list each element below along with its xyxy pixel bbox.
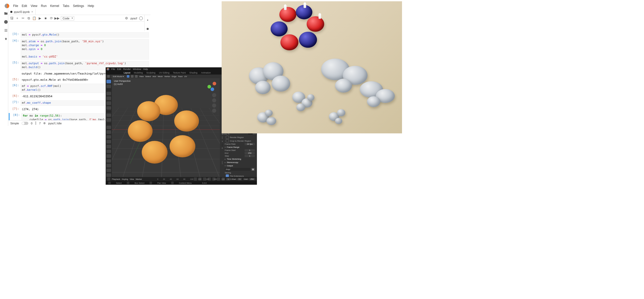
hmenu-vertex[interactable]: Vertex — [164, 75, 170, 78]
output-path[interactable]: /tmp/ — [225, 168, 250, 171]
code-cell[interactable]: [3]:mol = pyscf.gto.Mole() — [9, 32, 149, 38]
tool-annotate[interactable] — [106, 114, 111, 117]
code-cell[interactable]: [4]:mol.atom = os.path.join(base_path, '… — [9, 39, 149, 60]
stop-icon[interactable]: ■ — [44, 17, 47, 20]
menu-file[interactable]: File — [111, 68, 115, 70]
menu-render[interactable]: Render — [123, 68, 131, 70]
tool-cursor[interactable] — [106, 85, 111, 88]
cell-source[interactable]: mol = pyscf.gto.Mole() — [21, 32, 149, 38]
menu-edit[interactable]: Edit — [20, 4, 29, 8]
inspector-gear-icon[interactable] — [146, 18, 150, 22]
close-icon[interactable]: × — [31, 10, 33, 14]
menu-view[interactable]: View — [29, 4, 39, 8]
extensions-icon[interactable] — [4, 37, 8, 41]
tab-modeling[interactable]: Modeling — [134, 71, 143, 74]
nav-gizmo[interactable] — [207, 81, 217, 91]
camera-icon[interactable] — [212, 103, 216, 108]
hmenu-face[interactable]: Face — [178, 75, 183, 78]
folder-icon[interactable]: ▦ — [251, 168, 255, 171]
git-icon[interactable]: ⊚ — [43, 122, 46, 125]
row-frame-step[interactable]: Step1 — [224, 155, 256, 157]
tool-knife[interactable] — [106, 145, 111, 148]
add-cell-icon[interactable]: + — [15, 17, 19, 20]
tool-rotate[interactable] — [106, 96, 111, 100]
tool-extrude[interactable] — [106, 126, 111, 129]
row-frame-start[interactable]: Frame Start1 — [224, 149, 256, 152]
tool-bevel[interactable] — [106, 135, 111, 139]
chk-file-ext[interactable]: File Extensions — [224, 174, 256, 177]
chk-render-region[interactable]: Render Region — [224, 135, 256, 139]
menu-settings[interactable]: Settings — [71, 4, 86, 8]
menu-help[interactable]: Help — [86, 4, 96, 8]
orbital-mesh[interactable] — [130, 96, 202, 169]
tool-smooth[interactable] — [106, 159, 111, 163]
tl-view[interactable]: View — [130, 178, 134, 180]
timeline-editor-icon[interactable] — [107, 177, 110, 181]
tool-shrink[interactable] — [106, 169, 111, 172]
run-icon[interactable]: ▶ — [38, 17, 42, 20]
tool-select[interactable] — [106, 80, 111, 83]
status-kernel[interactable]: pyscf | Idle — [48, 122, 62, 125]
kernel-name[interactable]: pyscf — [130, 17, 137, 20]
tool-poly[interactable] — [106, 150, 111, 153]
menu-kernel[interactable]: Kernel — [48, 4, 61, 8]
end-frame[interactable]: 250 — [249, 178, 255, 180]
save-icon[interactable]: 🖫 — [10, 17, 13, 20]
tool-loopcut[interactable] — [106, 140, 111, 143]
tab-shading[interactable]: Shading — [189, 71, 197, 74]
tool-inset[interactable] — [106, 130, 111, 134]
hmenu-uv[interactable]: UV — [184, 75, 187, 78]
row-frame-end[interactable]: End250 — [224, 152, 256, 155]
cut-icon[interactable]: ✂ — [21, 17, 25, 20]
hmenu-view[interactable]: View — [139, 75, 144, 78]
copy-icon[interactable]: ⧉ — [27, 17, 30, 20]
timeline-ruler[interactable]: 020406080100120140160180200220240 — [149, 177, 221, 181]
row-frame-rate[interactable]: Frame Rate 24 fps — [224, 143, 256, 146]
tool-move[interactable] — [106, 92, 111, 95]
3d-viewport[interactable]: User Perspective (1) mo53 — [112, 78, 220, 177]
hmenu-edge[interactable]: Edge — [172, 75, 177, 78]
run-all-icon[interactable]: ▶▶ — [55, 17, 59, 20]
section-stereoscopy[interactable]: Stereoscopy — [224, 161, 256, 164]
tool-rip[interactable] — [106, 173, 111, 177]
tab-sculpting[interactable]: Sculpting — [146, 71, 155, 74]
cell-source[interactable]: mol.atom = os.path.join(base_path, '50_m… — [21, 39, 149, 60]
select-face-icon[interactable] — [135, 75, 138, 78]
toc-icon[interactable] — [4, 28, 8, 33]
tab-animation[interactable]: Animation — [201, 71, 211, 74]
hmenu-select[interactable]: Select — [145, 75, 151, 78]
menu-edit[interactable]: Edit — [117, 68, 121, 70]
chk-crop[interactable]: Crop to Render Region — [224, 139, 256, 143]
tool-scale[interactable] — [106, 101, 111, 105]
hmenu-add[interactable]: Add — [153, 75, 156, 78]
menu-help[interactable]: Help — [143, 68, 148, 70]
mode-select[interactable]: Edit Mode ▾ — [111, 75, 125, 78]
tab-layout[interactable]: Layout — [124, 71, 130, 74]
tl-marker[interactable]: Marker — [136, 178, 142, 180]
menu-tabs[interactable]: Tabs — [61, 4, 71, 8]
paste-icon[interactable]: 📋 — [32, 17, 36, 20]
tl-playback[interactable]: Playback — [112, 178, 120, 180]
section-output[interactable]: Output — [224, 164, 256, 167]
pan-icon[interactable] — [212, 98, 216, 102]
menu-run[interactable]: Run — [39, 4, 48, 8]
editor-type-icon[interactable] — [107, 75, 110, 78]
notebook-tab[interactable]: pyscf2.ipynb × — [8, 9, 36, 15]
tl-keying[interactable]: Keying — [122, 178, 128, 180]
tab-texture[interactable]: Texture Paint — [173, 71, 186, 74]
persp-icon[interactable] — [212, 109, 216, 113]
restart-icon[interactable]: ⟳ — [49, 17, 53, 20]
cell-type-select[interactable]: Code — [61, 16, 74, 20]
kernel-status-icon[interactable] — [139, 17, 143, 20]
menu-window[interactable]: Window — [133, 68, 141, 70]
simple-toggle[interactable] — [22, 122, 28, 125]
gear-icon[interactable]: ⚙ — [125, 17, 128, 20]
running-icon[interactable] — [4, 20, 8, 24]
tool-slide[interactable] — [106, 164, 111, 167]
tool-transform[interactable] — [106, 106, 111, 110]
tool-measure[interactable] — [106, 118, 111, 122]
menu-file[interactable]: File — [11, 4, 20, 8]
tab-uv[interactable]: UV Editing — [159, 71, 169, 74]
section-time-stretch[interactable]: Time Stretching — [224, 157, 256, 161]
section-frame-range[interactable]: Frame Range — [224, 146, 256, 149]
